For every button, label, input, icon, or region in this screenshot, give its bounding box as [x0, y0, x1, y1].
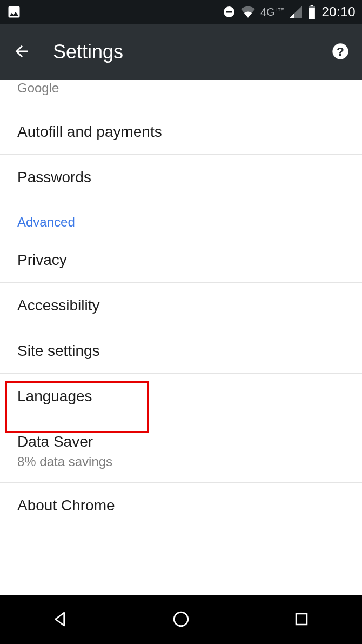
android-nav-bar [0, 595, 362, 644]
help-button[interactable]: ? [330, 41, 351, 63]
picture-icon [6, 4, 22, 19]
list-item-privacy[interactable]: Privacy [0, 237, 362, 283]
do-not-disturb-icon [223, 5, 236, 18]
list-item-site-settings[interactable]: Site settings [0, 328, 362, 374]
cell-signal-icon [289, 6, 302, 18]
svg-rect-8 [296, 614, 307, 625]
item-title: Data Saver [17, 432, 345, 451]
svg-rect-4 [309, 6, 316, 8]
list-item-autofill[interactable]: Autofill and payments [0, 109, 362, 155]
settings-list: Search engine Google Autofill and paymen… [0, 80, 362, 528]
svg-rect-1 [226, 11, 232, 13]
nav-back-button[interactable] [44, 603, 77, 636]
back-button[interactable] [11, 41, 32, 63]
nav-recent-button[interactable] [285, 603, 318, 636]
svg-rect-2 [311, 5, 313, 6]
network-lte-text: LTE [276, 8, 284, 12]
item-title: Site settings [17, 341, 345, 360]
item-title: Autofill and payments [17, 122, 345, 141]
item-title: About Chrome [17, 496, 345, 515]
page-title: Settings [53, 41, 123, 63]
status-left [6, 4, 22, 19]
list-item-about-chrome[interactable]: About Chrome [0, 483, 362, 528]
screen: 4G LTE 20:10 Settings ? [0, 0, 362, 644]
network-type-label: 4G LTE [260, 6, 284, 17]
item-subtitle: 8% data savings [17, 454, 345, 469]
settings-content[interactable]: Search engine Google Autofill and paymen… [0, 80, 362, 595]
app-bar: Settings ? [0, 24, 362, 80]
item-subtitle: Google [17, 81, 345, 96]
list-item-passwords[interactable]: Passwords [0, 155, 362, 200]
svg-text:?: ? [337, 44, 344, 58]
svg-point-7 [174, 612, 188, 626]
triangle-back-icon [52, 610, 69, 629]
list-item-data-saver[interactable]: Data Saver 8% data savings [0, 419, 362, 483]
item-title: Accessibility [17, 296, 345, 315]
section-header-advanced: Advanced [0, 200, 362, 237]
arrow-back-icon [12, 42, 31, 62]
status-bar: 4G LTE 20:10 [0, 0, 362, 24]
status-right: 4G LTE 20:10 [223, 4, 356, 19]
square-recent-icon [293, 611, 310, 629]
network-4g-text: 4G [260, 6, 275, 17]
wifi-icon [241, 6, 255, 18]
status-time: 20:10 [321, 4, 356, 19]
list-item-languages[interactable]: Languages [0, 374, 362, 419]
circle-home-icon [172, 610, 190, 630]
help-icon: ? [332, 43, 349, 62]
list-item-accessibility[interactable]: Accessibility [0, 283, 362, 328]
battery-icon [307, 5, 316, 19]
nav-home-button[interactable] [165, 603, 197, 636]
item-title: Languages [17, 387, 345, 406]
item-title: Passwords [17, 168, 345, 187]
list-item-search-engine[interactable]: Search engine Google [0, 80, 362, 109]
item-title: Privacy [17, 250, 345, 269]
